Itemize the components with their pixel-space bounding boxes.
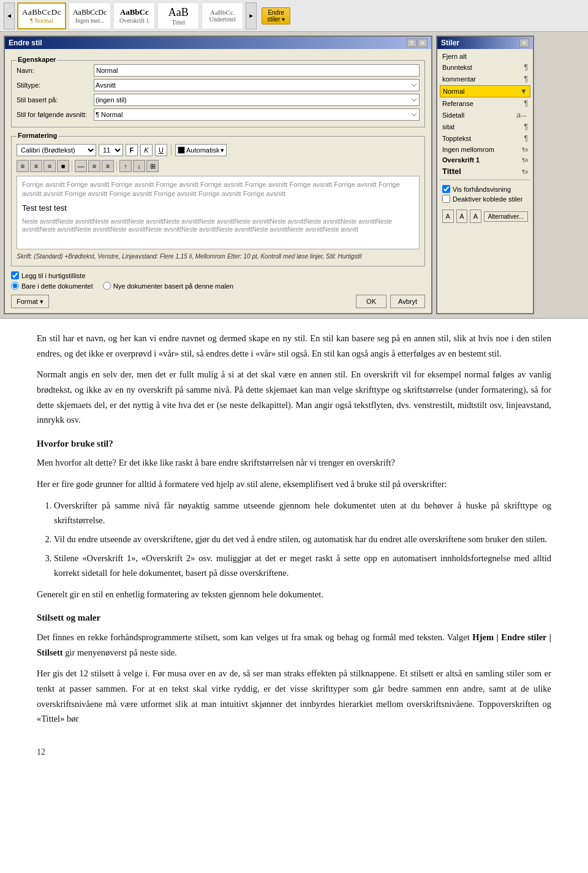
underline-button[interactable]: U bbox=[155, 144, 167, 156]
doc-heading2-p1-rest: gir menyenøverst på neste side. bbox=[65, 648, 176, 657]
align-center-button[interactable]: ≡ bbox=[30, 160, 42, 172]
format-dropdown-button[interactable]: Format ▾ bbox=[11, 295, 49, 308]
change-styles-button[interactable]: Endrestiler ▾ bbox=[262, 7, 290, 25]
ribbon-style-normal-label: ¶ Normal bbox=[30, 17, 53, 24]
dialog-footer: Format ▾ OK Avbryt bbox=[11, 295, 425, 308]
align-left-button[interactable]: ≡ bbox=[17, 160, 29, 172]
page-number: 12 bbox=[0, 745, 588, 760]
align-separator bbox=[72, 161, 72, 172]
dialog-close-button[interactable]: × bbox=[418, 39, 428, 47]
toolbar-separator bbox=[171, 145, 172, 156]
style-item-referanse[interactable]: Referanse ¶ bbox=[440, 98, 530, 109]
stil-folgende-label: Stil for følgende avsnitt: bbox=[17, 111, 90, 118]
style-item-normal-label: Normal bbox=[443, 88, 518, 95]
hurtigstilliste-checkbox[interactable] bbox=[11, 271, 19, 279]
tittel-icon: ¶a bbox=[518, 168, 528, 175]
style-item-bunntekst[interactable]: Bunntekst ¶ bbox=[440, 62, 530, 73]
stiltype-select[interactable]: Avsnitt bbox=[94, 79, 420, 91]
format-toolbar: Calibri (Brødtekst) 11 F K U Automatisk … bbox=[17, 144, 420, 156]
spacing-separator bbox=[116, 161, 117, 172]
sidetall-icon: a bbox=[511, 111, 521, 119]
styles-panel-close-button[interactable]: × bbox=[519, 39, 529, 47]
stiltype-label: Stiltype: bbox=[17, 81, 90, 89]
spacing-up-button[interactable]: ↑ bbox=[119, 160, 132, 172]
style-item-ingen-mellomrom[interactable]: Ingen mellomrom ¶a bbox=[440, 145, 530, 154]
navn-row: Navn: bbox=[17, 64, 420, 77]
line-spacing-button[interactable]: — bbox=[75, 160, 87, 172]
indent-decrease-button[interactable]: ≡ bbox=[88, 160, 100, 172]
stil-folgende-select[interactable]: ¶ Normal bbox=[94, 108, 420, 121]
font-size-select[interactable]: 11 bbox=[99, 144, 123, 156]
ribbon-scroll-left[interactable]: ◄ bbox=[4, 2, 15, 29]
styles-panel-separator bbox=[440, 180, 530, 180]
ribbon-style-undertittel-preview: AaBbCc. bbox=[210, 9, 235, 16]
align-toolbar: ≡ ≡ ≡ ■ — ≡ ≡ ↑ ↓ ⊞ bbox=[17, 160, 420, 172]
style-item-sitat[interactable]: sitat ¶ bbox=[440, 121, 530, 132]
align-right-button[interactable]: ≡ bbox=[43, 160, 56, 172]
footer-left: Format ▾ bbox=[11, 295, 49, 308]
style-item-overskrift1[interactable]: Overskrift 1 ¶a bbox=[440, 155, 530, 165]
style-item-fjern-alt-label: Fjern alt bbox=[442, 53, 528, 60]
radio-item-dokument: Bare i dette dokumentet bbox=[11, 282, 93, 290]
avbryt-button[interactable]: Avbryt bbox=[390, 295, 425, 308]
vis-forhandsvisning-checkbox[interactable] bbox=[442, 185, 450, 193]
color-dropdown-icon: ▾ bbox=[221, 146, 224, 154]
style-item-topptekst[interactable]: Topptekst ¶ bbox=[440, 133, 530, 144]
dialog-help-button[interactable]: ? bbox=[407, 39, 417, 47]
stil-folgende-row: Stil for følgende avsnitt: ¶ Normal bbox=[17, 108, 420, 121]
bold-button[interactable]: F bbox=[126, 144, 138, 156]
new-style-button[interactable]: A bbox=[442, 210, 454, 223]
radio-nye-dokumenter-label: Nye dokumenter basert på denne malen bbox=[113, 282, 233, 290]
radio-nye-dokumenter[interactable] bbox=[103, 282, 111, 290]
doc-heading1-p1: Men hvorfor alt dette? Er det ikke like … bbox=[37, 455, 551, 471]
alternativer-button[interactable]: Alternativer... bbox=[484, 211, 528, 222]
style-item-fjern-alt[interactable]: Fjern alt bbox=[440, 51, 530, 61]
styles-panel-body: Fjern alt Bunntekst ¶ kommentar ¶ Normal… bbox=[437, 49, 533, 228]
spacing-down-button[interactable]: ↓ bbox=[133, 160, 145, 172]
bunntekst-icon: ¶ bbox=[518, 63, 528, 72]
styles-panel-footer: A A A Alternativer... bbox=[440, 207, 530, 225]
formatering-label: Formatering bbox=[17, 132, 58, 139]
doc-heading-1: Hvorfor bruke stil? bbox=[37, 436, 551, 452]
align-justify-button[interactable]: ■ bbox=[57, 160, 69, 172]
ribbon-scroll-right[interactable]: ► bbox=[246, 2, 257, 29]
document-area: En stil har et navn, og her kan vi endre… bbox=[0, 319, 588, 745]
formatering-section: Formatering Calibri (Brødtekst) 11 F K U bbox=[11, 136, 425, 266]
ribbon-style-overskrift-label: Overskrift 1 bbox=[119, 17, 149, 24]
style-item-normal[interactable]: Normal ▼ bbox=[440, 85, 530, 97]
radio-group: Bare i dette dokumentet Nye dokumenter b… bbox=[11, 282, 425, 290]
ok-button[interactable]: OK bbox=[356, 295, 386, 308]
ribbon-style-undertittel[interactable]: AaBbCc. Undertittel bbox=[202, 2, 243, 29]
font-family-select[interactable]: Calibri (Brødtekst) bbox=[17, 144, 96, 156]
dialog-body: Egenskaper Navn: Stiltype: Avsnitt Stil … bbox=[5, 49, 431, 313]
ribbon-style-ingen-mal[interactable]: AaBbCcDc Ingen mel... bbox=[69, 2, 111, 29]
preview-next-text: Neste avsnittNeste avsnittNeste avsnittN… bbox=[22, 217, 414, 233]
italic-button[interactable]: K bbox=[140, 144, 153, 156]
endre-stil-dialog: Endre stil ? × Egenskaper Navn: Stiltype… bbox=[4, 36, 432, 314]
navn-input[interactable] bbox=[94, 64, 420, 77]
stil-basert-select[interactable]: (ingen stil) bbox=[94, 94, 420, 106]
radio-dette-dokument[interactable] bbox=[11, 282, 19, 290]
manage-styles-button[interactable]: A bbox=[470, 210, 481, 223]
sidetall-dropdown-icon: — bbox=[521, 112, 528, 119]
style-item-kommentar-label: kommentar bbox=[442, 75, 518, 83]
inspect-style-button[interactable]: A bbox=[456, 210, 468, 223]
color-label: Automatisk bbox=[186, 146, 219, 154]
color-button[interactable]: Automatisk ▾ bbox=[175, 144, 227, 156]
doc-paragraph-2: Normalt angis en selv der, men det er fu… bbox=[37, 367, 551, 428]
doc-list-item-2: Vil du endre utseende av overskriftene, … bbox=[54, 532, 551, 547]
style-item-kommentar[interactable]: kommentar ¶ bbox=[440, 74, 530, 85]
ribbon-style-overskrift[interactable]: AaBbCc Overskrift 1 bbox=[113, 2, 155, 29]
indent-increase-button[interactable]: ≡ bbox=[102, 160, 114, 172]
ribbon-style-undertittel-label: Undertittel bbox=[209, 16, 236, 23]
kommentar-icon: ¶ bbox=[518, 75, 528, 83]
ribbon-style-tittel-preview: AaB bbox=[168, 6, 189, 19]
ribbon-style-normal[interactable]: AaBbCcDc ¶ Normal bbox=[17, 2, 66, 29]
doc-generelt: Generelt gir en stil en enhetlig formate… bbox=[37, 587, 551, 602]
color-swatch bbox=[178, 146, 185, 154]
style-item-sidetall[interactable]: Sidetall a — bbox=[440, 110, 530, 121]
ribbon-style-tittel[interactable]: AaB Tittel bbox=[157, 2, 199, 29]
deaktiver-koblede-checkbox[interactable] bbox=[442, 195, 450, 203]
style-item-tittel[interactable]: Tittel ¶a bbox=[440, 165, 530, 177]
spacing-double-button[interactable]: ⊞ bbox=[146, 160, 159, 172]
